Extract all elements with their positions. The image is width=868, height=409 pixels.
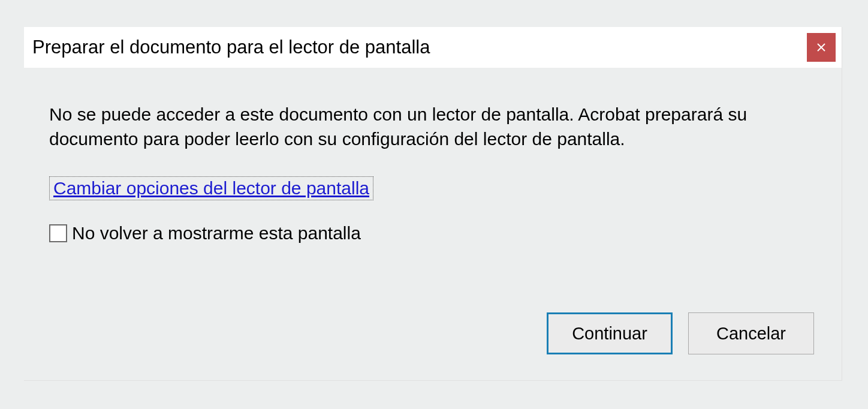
cancel-button[interactable]: Cancelar [688,312,814,354]
close-button[interactable] [807,33,836,62]
dont-show-again-row: No volver a mostrarme esta pantalla [49,223,816,243]
continue-button[interactable]: Continuar [547,312,673,354]
close-icon [817,43,825,52]
dialog-message: No se puede acceder a este documento con… [49,103,816,151]
dialog-title: Preparar el documento para el lector de … [32,37,430,58]
dialog-body: No se puede acceder a este documento con… [24,68,842,243]
change-options-link[interactable]: Cambiar opciones del lector de pantalla [53,178,369,199]
dialog-footer: Continuar Cancelar [547,312,814,354]
dont-show-again-label: No volver a mostrarme esta pantalla [72,223,361,243]
screen-reader-prepare-dialog: Preparar el documento para el lector de … [24,27,842,381]
link-focus-outline: Cambiar opciones del lector de pantalla [49,176,373,200]
dont-show-again-checkbox[interactable] [49,224,67,242]
dialog-titlebar: Preparar el documento para el lector de … [24,27,842,68]
